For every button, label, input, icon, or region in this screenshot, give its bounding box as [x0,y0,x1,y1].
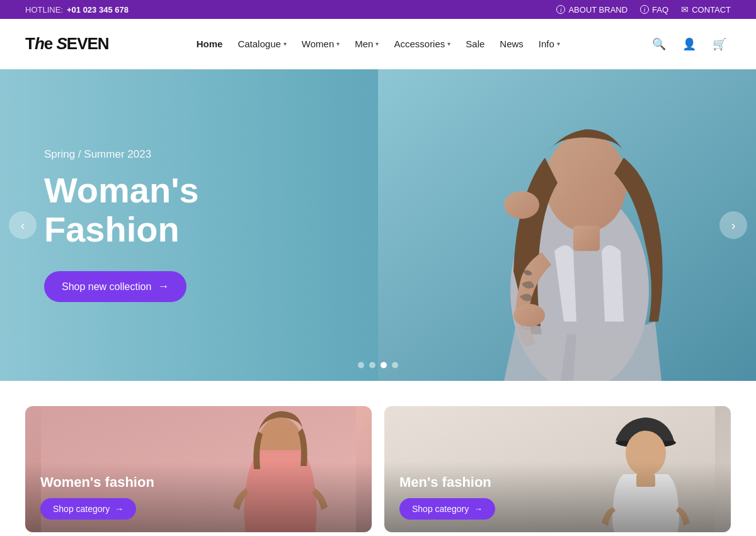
header-icons: 🔍 👤 🛒 [648,33,731,55]
arrow-right-icon: → [158,280,169,293]
account-button[interactable]: 👤 [678,33,701,55]
hero-next-button[interactable]: › [719,211,747,239]
header: The SEVEN Home Catalogue ▾ Women ▾ Men ▾… [0,19,756,69]
search-icon: 🔍 [652,37,666,51]
hotline-phone: +01 023 345 678 [67,5,129,15]
chevron-down-icon: ▾ [375,40,379,47]
svg-point-7 [513,304,545,327]
hero-dot-4[interactable] [392,362,398,368]
cart-icon: 🛒 [713,37,726,51]
about-brand-link[interactable]: i ABOUT BRAND [556,5,627,15]
contact-link[interactable]: ✉ CONTACT [681,4,731,15]
topbar-left: HOTLINE: +01 023 345 678 [25,5,129,15]
hero-content: Spring / Summer 2023 Woman's Fashion Sho… [44,148,334,302]
nav-item-catalogue[interactable]: Catalogue ▾ [231,33,292,54]
nav-item-men[interactable]: Men ▾ [348,33,385,54]
chevron-down-icon: ▾ [557,40,560,47]
main-nav: Home Catalogue ▾ Women ▾ Men ▾ Accessori… [190,33,566,54]
svg-point-4 [504,191,539,219]
men-category-card[interactable]: Men's fashion Shop category → [384,406,731,532]
hero-pagination [358,362,398,368]
nav-item-home[interactable]: Home [190,33,229,54]
nav-item-sale[interactable]: Sale [459,33,491,54]
cart-button[interactable]: 🛒 [708,33,731,55]
chevron-down-icon: ▾ [336,40,340,47]
topbar: HOTLINE: +01 023 345 678 i ABOUT BRAND i… [0,0,756,19]
topbar-right: i ABOUT BRAND i FAQ ✉ CONTACT [556,4,731,15]
arrow-right-icon: → [115,504,123,514]
chevron-down-icon: ▾ [447,40,450,47]
mail-icon: ✉ [681,4,689,15]
search-button[interactable]: 🔍 [648,33,670,55]
nav-item-info[interactable]: Info ▾ [532,33,566,54]
hero-dot-2[interactable] [369,362,375,368]
hero-image [378,69,756,381]
hero-slider: Spring / Summer 2023 Woman's Fashion Sho… [0,69,756,381]
arrow-right-icon: → [474,504,483,514]
women-shop-category-button[interactable]: Shop category → [40,498,136,520]
categories-section: Women's fashion Shop category → [0,381,756,532]
nav-item-women[interactable]: Women ▾ [295,33,346,54]
hero-dot-3[interactable] [381,362,387,368]
chevron-down-icon: ▾ [284,40,287,47]
men-shop-category-button[interactable]: Shop category → [399,498,495,520]
men-category-content: Men's fashion Shop category → [384,462,731,532]
hero-dot-1[interactable] [358,362,364,368]
shop-new-collection-button[interactable]: Shop new collection → [44,271,186,302]
men-category-title: Men's fashion [399,474,716,491]
user-icon: 👤 [682,37,696,51]
nav-item-accessories[interactable]: Accessories ▾ [387,33,457,54]
women-category-card[interactable]: Women's fashion Shop category → [25,406,372,532]
chevron-left-icon: ‹ [21,218,25,233]
svg-rect-3 [573,226,600,251]
faq-icon: i [640,5,649,14]
nav-item-news[interactable]: News [493,33,530,54]
logo[interactable]: The SEVEN [25,34,109,54]
hotline-label: HOTLINE: [25,5,63,15]
hero-subtitle: Spring / Summer 2023 [44,148,334,161]
info-icon: i [556,5,565,14]
faq-link[interactable]: i FAQ [640,5,668,15]
women-category-title: Women's fashion [40,474,357,491]
chevron-right-icon: › [731,218,736,233]
hero-title: Woman's Fashion [44,171,334,248]
hero-prev-button[interactable]: ‹ [9,211,37,239]
women-category-content: Women's fashion Shop category → [25,462,372,532]
